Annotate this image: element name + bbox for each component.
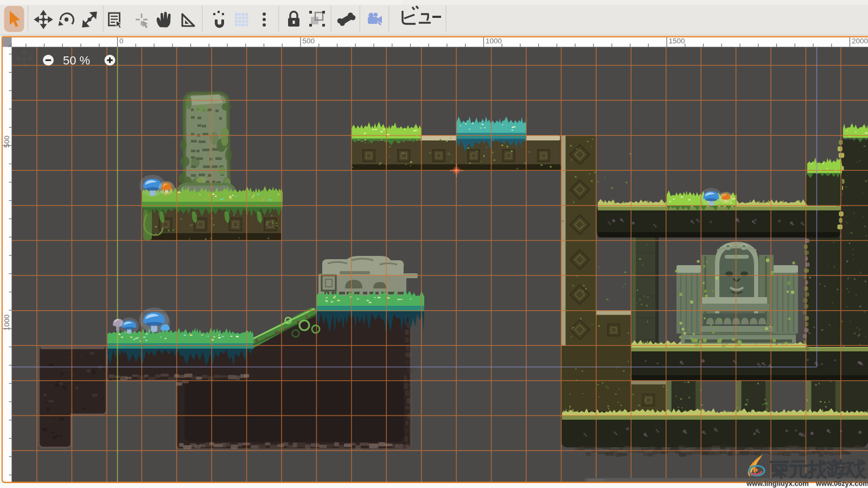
svg-text:500: 500 — [3, 136, 11, 148]
svg-text:500: 500 — [303, 37, 315, 45]
svg-text:0: 0 — [119, 37, 124, 45]
svg-text:2000: 2000 — [852, 37, 868, 45]
svg-text:1000: 1000 — [486, 37, 502, 45]
svg-text:50 %: 50 % — [63, 54, 90, 67]
svg-text:1500: 1500 — [669, 37, 685, 45]
svg-text:1000: 1000 — [3, 314, 11, 331]
svg-text:www.06zyx.com: www.06zyx.com — [815, 479, 868, 487]
svg-text:www.lingliuyx.com: www.lingliuyx.com — [746, 479, 809, 487]
